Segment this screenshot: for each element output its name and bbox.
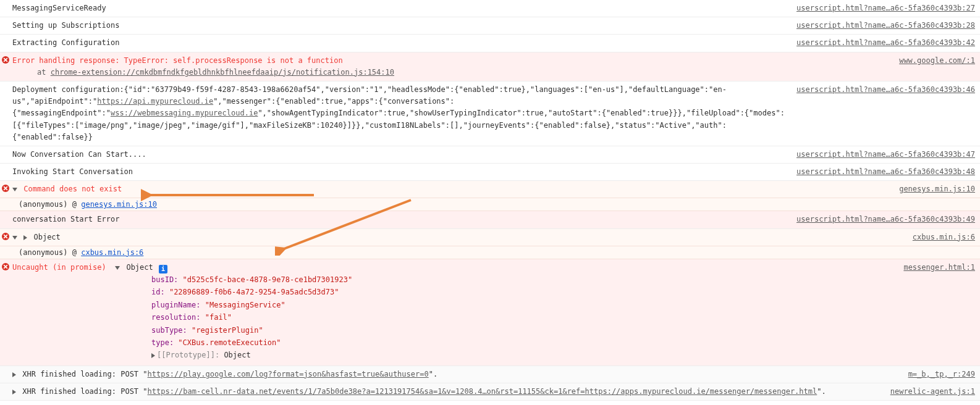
stack-trace-row: (anonymous) @ genesys.min.js:10: [0, 198, 980, 211]
console-log-row: Setting up Subscriptions userscript.html…: [0, 17, 980, 35]
source-link[interactable]: messenger.html:1: [903, 262, 975, 273]
console-error-row: conversation Start Error userscript.html…: [0, 211, 980, 228]
log-message: conversation Start Error: [12, 214, 796, 225]
xhr-url[interactable]: https://play.google.com/log?format=json&…: [148, 370, 429, 378]
log-message: Deployment configuration:{"id":"63779b49…: [12, 84, 796, 143]
xhr-suffix: ".: [817, 387, 826, 396]
object-label[interactable]: Object: [33, 233, 60, 241]
anonymous-label: (anonymous): [19, 248, 67, 257]
obj-value: "registerPlugin": [192, 326, 263, 335]
xhr-prefix: XHR finished loading: POST ": [22, 370, 147, 378]
console-log-row: Invoking Start Conversation userscript.h…: [0, 164, 980, 181]
at-symbol: @: [72, 200, 77, 209]
uncaught-label: Uncaught (in promise): [12, 263, 106, 272]
xhr-url[interactable]: https://bam-cell.nr-data.net/events/1/7a…: [148, 387, 817, 396]
source-link[interactable]: userscript.html?name…a6c-5fa360c4393b:28: [796, 20, 975, 31]
stack-at: at: [37, 68, 51, 77]
obj-value: "d525c5fc-bace-4878-9e78-ce1bd7301923": [183, 275, 353, 284]
expand-toggle-icon[interactable]: [12, 236, 17, 240]
source-link[interactable]: userscript.html?name…a6c-5fa360c4393b:49: [796, 214, 975, 225]
console-error-row: Uncaught (in promise) Object i busID: "d…: [0, 259, 980, 366]
source-link[interactable]: newrelic-agent.js:1: [890, 386, 975, 398]
endpoint-link[interactable]: https://api.mypurecloud.ie: [97, 97, 213, 106]
stack-link[interactable]: cxbus.min.js:6: [81, 248, 143, 257]
console-xhr-row: XHR finished loading: POST "https://play…: [0, 366, 980, 383]
obj-value: Object: [224, 351, 250, 359]
log-message: MessagingServiceReady: [12, 2, 796, 14]
source-link[interactable]: www.google.com/:1: [899, 55, 975, 67]
obj-value: "CXBus.remoteExecution": [178, 338, 281, 347]
log-message: Setting up Subscriptions: [12, 20, 796, 31]
obj-key: id:: [151, 288, 165, 296]
source-link[interactable]: userscript.html?name…a6c-5fa360c4393b:42: [796, 37, 975, 49]
object-label[interactable]: Object: [126, 263, 153, 272]
console-error-row: Object cxbus.min.js:6: [0, 229, 980, 246]
error-icon: [2, 56, 9, 64]
console-error-row: Error handling response: TypeError: self…: [0, 52, 980, 81]
error-message: Error handling response: TypeError: self…: [12, 56, 343, 65]
xhr-prefix: XHR finished loading: POST ": [22, 387, 147, 396]
obj-key: [[Prototype]]:: [157, 351, 219, 359]
error-icon: [2, 233, 9, 240]
source-link[interactable]: cxbus.min.js:6: [913, 232, 975, 243]
source-link[interactable]: m=_b,_tp,_r:249: [908, 369, 975, 380]
stack-trace-row: (anonymous) @ cxbus.min.js:6: [0, 246, 980, 259]
obj-key: busID:: [151, 275, 178, 284]
obj-value: "MessagingService": [205, 301, 285, 309]
source-link[interactable]: userscript.html?name…a6c-5fa360c4393b:48: [796, 166, 975, 178]
collapse-toggle-icon[interactable]: [12, 372, 16, 377]
stack-link[interactable]: chrome-extension://cmkdbmfndkfgebldhnkbf…: [51, 68, 394, 77]
console-log-row: Extracting Configuration userscript.html…: [0, 35, 980, 52]
collapse-toggle-icon[interactable]: [151, 353, 155, 358]
error-message: Command does not exist: [23, 185, 122, 193]
source-link[interactable]: userscript.html?name…a6c-5fa360c4393b:27: [796, 2, 975, 14]
log-message: Extracting Configuration: [12, 37, 796, 49]
log-message: Now Conversation Can Start....: [12, 149, 796, 161]
obj-value: "22896889-f0b6-4a72-9254-9a5adc5d3d73": [169, 288, 339, 296]
xhr-suffix: ".: [429, 370, 437, 378]
source-link[interactable]: userscript.html?name…a6c-5fa360c4393b:46: [796, 84, 975, 96]
endpoint-link[interactable]: wss://webmessaging.mypurecloud.ie: [111, 109, 258, 117]
info-icon[interactable]: i: [159, 265, 167, 273]
error-icon: [2, 185, 9, 192]
obj-key: type:: [151, 338, 174, 347]
expand-toggle-icon[interactable]: [115, 266, 120, 270]
obj-key: subType:: [151, 326, 187, 335]
obj-key: resolution:: [151, 313, 200, 322]
error-icon: [2, 263, 9, 270]
console-log-row: MessagingServiceReady userscript.html?na…: [0, 0, 980, 17]
console-prompt[interactable]: ❯: [0, 401, 980, 405]
console-error-row: Command does not exist genesys.min.js:10: [0, 181, 980, 198]
obj-value: "fail": [205, 313, 232, 322]
stack-link[interactable]: genesys.min.js:10: [81, 200, 157, 209]
collapse-toggle-icon[interactable]: [12, 390, 16, 395]
obj-key: pluginName:: [151, 301, 200, 309]
console-xhr-row: XHR finished loading: POST "https://bam-…: [0, 383, 980, 401]
log-message: Invoking Start Conversation: [12, 166, 796, 178]
at-symbol: @: [72, 248, 77, 257]
collapse-toggle-icon[interactable]: [23, 235, 27, 240]
anonymous-label: (anonymous): [19, 200, 67, 209]
expand-toggle-icon[interactable]: [12, 188, 17, 191]
source-link[interactable]: userscript.html?name…a6c-5fa360c4393b:47: [796, 149, 975, 161]
console-log-row: Deployment configuration:{"id":"63779b49…: [0, 81, 980, 146]
source-link[interactable]: genesys.min.js:10: [899, 183, 975, 195]
console-log-row: Now Conversation Can Start.... userscrip…: [0, 146, 980, 164]
